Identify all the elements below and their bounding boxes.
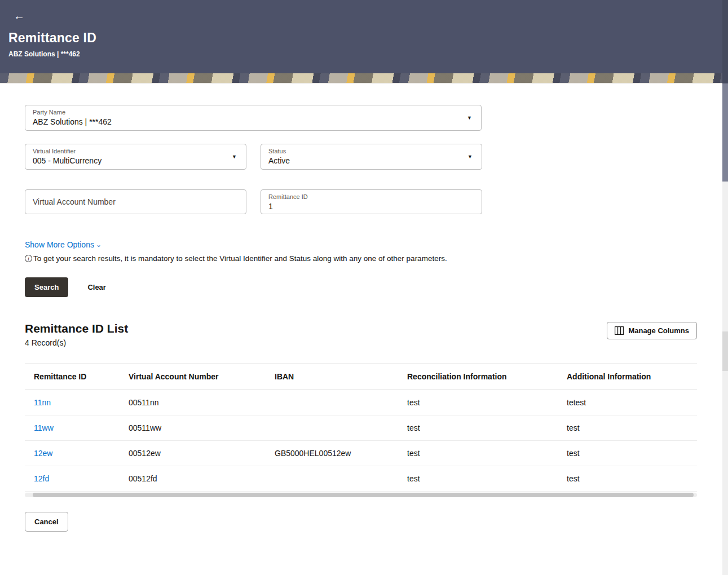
search-button[interactable]: Search (25, 277, 68, 297)
record-count: 4 Record(s) (25, 338, 128, 347)
cell-additional-information: test (558, 441, 697, 466)
cell-iban: GB5000HEL00512ew (266, 441, 398, 466)
cell-iban (266, 390, 398, 415)
remittance-id-link[interactable]: 12ew (34, 449, 52, 458)
status-value: Active (268, 156, 462, 166)
info-text: To get your search results, it is mandat… (33, 254, 447, 263)
manage-columns-button[interactable]: Manage Columns (607, 322, 697, 339)
mandatory-info-note: i To get your search results, it is mand… (25, 254, 697, 263)
virtual-identifier-label: Virtual Identifier (33, 148, 227, 155)
table-row: 11ww 00511ww test test (25, 415, 697, 441)
show-more-options-link[interactable]: Show More Options ⌄ (25, 240, 102, 249)
cell-additional-information: tetest (558, 390, 697, 415)
status-select[interactable]: Status Active ▼ (261, 144, 482, 170)
dropdown-caret-icon: ▼ (232, 154, 237, 160)
page-subtitle: ABZ Solutions | ***462 (8, 50, 720, 58)
decorative-pattern-band (0, 73, 728, 83)
show-more-options-label: Show More Options (25, 240, 94, 249)
column-header-virtual-account-number: Virtual Account Number (120, 364, 266, 390)
scrollbar-header-segment (722, 0, 728, 83)
cell-additional-information: test (558, 415, 697, 441)
manage-columns-icon (615, 326, 624, 335)
remittance-id-label: Remittance ID (268, 193, 474, 201)
info-icon: i (25, 255, 32, 262)
table-row: 12fd 00512fd test test (25, 466, 697, 492)
app-header: ← Remittance ID ABZ Solutions | ***462 (0, 0, 728, 73)
virtual-identifier-value: 005 - MultiCurrency (33, 156, 227, 166)
column-header-remittance-id: Remittance ID (25, 364, 120, 390)
remittance-id-field: Remittance ID (261, 189, 482, 214)
page-vertical-scrollbar-thumb[interactable] (722, 83, 728, 182)
cell-reconciliation-information: test (398, 390, 558, 415)
cell-reconciliation-information: test (398, 466, 558, 492)
table-row: 12ew 00512ew GB5000HEL00512ew test test (25, 441, 697, 466)
party-name-select[interactable]: Party Name ABZ Solutions | ***462 ▼ (25, 105, 482, 131)
dropdown-caret-icon: ▼ (467, 154, 473, 160)
table-header-row: Remittance ID Virtual Account Number IBA… (25, 364, 697, 390)
column-header-iban: IBAN (266, 364, 398, 390)
virtual-account-number-field (25, 189, 246, 214)
table-horizontal-scrollbar[interactable] (25, 493, 697, 497)
column-header-reconciliation-information: Reconciliation Information (398, 364, 558, 390)
clear-button[interactable]: Clear (87, 283, 106, 291)
column-header-additional-information: Additional Information (558, 364, 697, 390)
back-arrow-icon[interactable]: ← (14, 10, 25, 21)
cell-reconciliation-information: test (398, 415, 558, 441)
cell-iban (266, 466, 398, 492)
table-horizontal-scrollbar-thumb[interactable] (33, 493, 694, 497)
remittance-id-input[interactable] (268, 201, 474, 211)
remittance-id-link[interactable]: 12fd (34, 474, 49, 483)
page-vertical-scrollbar[interactable] (722, 0, 728, 575)
page-title: Remittance ID (8, 30, 720, 46)
remittance-id-link[interactable]: 11nn (34, 398, 51, 407)
cell-additional-information: test (558, 466, 697, 492)
remittance-id-link[interactable]: 11ww (34, 423, 54, 432)
party-name-label: Party Name (33, 109, 462, 116)
virtual-identifier-select[interactable]: Virtual Identifier 005 - MultiCurrency ▼ (25, 144, 246, 170)
manage-columns-label: Manage Columns (628, 326, 689, 335)
cell-iban (266, 415, 398, 441)
dropdown-caret-icon: ▼ (467, 115, 472, 121)
list-title: Remittance ID List (25, 322, 128, 335)
list-header-left: Remittance ID List 4 Record(s) (25, 322, 128, 347)
page-vertical-scrollbar-thumb-secondary[interactable] (722, 331, 728, 371)
table-row: 11nn 00511nn test tetest (25, 390, 697, 415)
cell-virtual-account-number: 00512ew (120, 441, 266, 466)
main-content: Party Name ABZ Solutions | ***462 ▼ Virt… (0, 83, 697, 532)
cell-virtual-account-number: 00511nn (120, 390, 266, 415)
page: ← Remittance ID ABZ Solutions | ***462 P… (0, 0, 728, 575)
virtual-account-number-input[interactable] (25, 190, 246, 214)
party-name-value: ABZ Solutions | ***462 (33, 117, 462, 127)
status-label: Status (268, 148, 462, 155)
chevron-down-icon: ⌄ (96, 242, 102, 247)
cancel-button[interactable]: Cancel (25, 512, 68, 532)
cell-reconciliation-information: test (398, 441, 558, 466)
remittance-id-table: Remittance ID Virtual Account Number IBA… (25, 363, 697, 492)
cell-virtual-account-number: 00512fd (120, 466, 266, 492)
cell-virtual-account-number: 00511ww (120, 415, 266, 441)
